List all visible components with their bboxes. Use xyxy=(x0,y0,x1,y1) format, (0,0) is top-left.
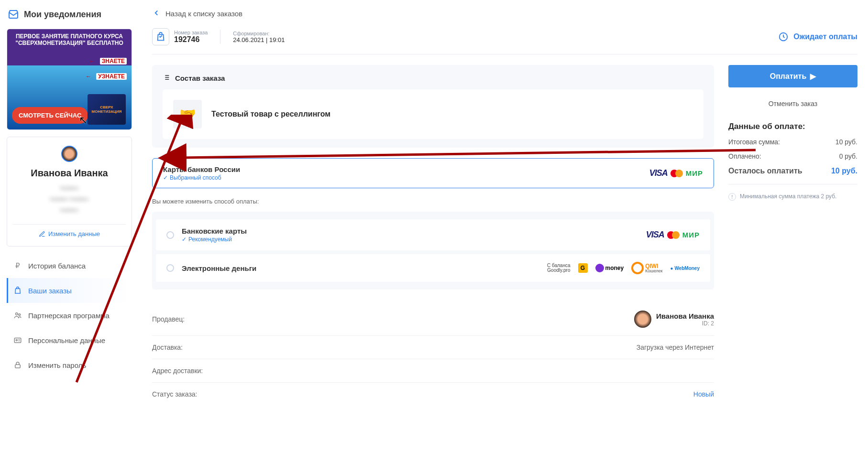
radio-icon xyxy=(166,264,174,272)
svg-rect-2 xyxy=(14,338,21,343)
seller-label: Продавец: xyxy=(152,315,185,323)
edit-profile-link[interactable]: Изменить данные xyxy=(39,230,100,237)
info-icon: ! xyxy=(728,193,736,201)
goodly-icon: G xyxy=(578,263,588,273)
composition-title: Состав заказа xyxy=(175,74,225,82)
mir-logo: МИР xyxy=(686,169,703,177)
list-icon xyxy=(163,74,170,83)
id-icon xyxy=(13,335,22,345)
status-text: Ожидает оплаты xyxy=(793,32,857,41)
sidebar-item-personal[interactable]: Персональные данные xyxy=(7,328,132,353)
notifications-title: Мои уведомления xyxy=(24,10,101,20)
yoomoney-logo: money xyxy=(595,264,624,272)
profile-hidden-1: hidden xyxy=(60,184,78,192)
svg-point-1 xyxy=(19,314,21,316)
seller-name: Иванова Иванка xyxy=(656,312,714,320)
inbox-icon xyxy=(8,9,19,20)
svg-rect-4 xyxy=(15,365,21,368)
card-logos: VISA МИР xyxy=(646,230,700,240)
order-details: Продавец: Иванова Иванка ID: 2 Доставка:… xyxy=(152,303,714,406)
composition-card: Состав заказа 🤝 Тестовый товар с реселли… xyxy=(152,65,714,148)
promo-cta[interactable]: СМОТРЕТЬ СЕЙЧАС xyxy=(12,107,88,124)
sidebar-menu: ₽ История баланса Ваши заказы Партнерска… xyxy=(7,253,132,377)
promo-line2: "СВЕРХМОНЕТИЗАЦИЯ" БЕСПЛАТНО xyxy=(10,40,129,46)
seller-info[interactable]: Иванова Иванка ID: 2 xyxy=(634,311,714,328)
order-status: Ожидает оплаты xyxy=(778,32,857,42)
qiwi-logo: QIWIКошелек xyxy=(631,262,662,274)
alt-method-emoney[interactable]: Электронные деньги С балансаGoodly.pro G… xyxy=(156,254,710,282)
radio-icon xyxy=(166,231,174,239)
promo-banner[interactable]: ПЕРВОЕ ЗАНЯТИЕ ПЛАТНОГО КУРСА "СВЕРХМОНЕ… xyxy=(7,29,132,130)
seller-id: ID: 2 xyxy=(702,320,714,327)
profile-card: Иванова Иванка hidden hidden hidden hidd… xyxy=(7,137,132,247)
order-icon xyxy=(152,28,169,45)
alt-method-title: Электронные деньги xyxy=(182,264,256,272)
payment-summary: Данные об оплате: Итоговая сумма: 10 руб… xyxy=(728,117,857,201)
avatar[interactable] xyxy=(61,146,77,162)
mastercard-logo xyxy=(667,231,680,239)
back-link[interactable]: Назад к списку заказов xyxy=(152,7,857,25)
alt-method-title: Банковские карты xyxy=(182,227,247,235)
svg-point-0 xyxy=(16,313,18,315)
visa-logo: VISA xyxy=(649,168,668,178)
promo-know: ЗНАЕТЕ xyxy=(100,58,127,64)
selected-payment-method[interactable]: Карты банков России ✓ Выбранный способ V… xyxy=(152,158,714,188)
selected-method-title: Карты банков России xyxy=(163,165,240,173)
alt-method-cards[interactable]: Банковские карты ✓ Рекомендуемый VISA МИ… xyxy=(156,219,710,250)
delivery-value: Загрузка через Интернет xyxy=(637,344,714,351)
ruble-icon: ₽ xyxy=(13,261,22,270)
order-num-value: 192746 xyxy=(174,35,208,44)
sidebar-item-balance[interactable]: ₽ История баланса xyxy=(7,253,132,278)
emoney-logos: С балансаGoodly.pro G money QIWIКошелек … xyxy=(547,262,700,274)
alt-methods-card: Банковские карты ✓ Рекомендуемый VISA МИ… xyxy=(152,212,714,290)
sidebar-item-label: История баланса xyxy=(28,262,86,270)
svg-point-3 xyxy=(16,340,17,341)
play-icon: ▶ xyxy=(810,72,816,81)
summary-title: Данные об оплате: xyxy=(728,122,857,131)
promo-line1: ПЕРВОЕ ЗАНЯТИЕ ПЛАТНОГО КУРСА xyxy=(10,33,129,40)
cursor-icon: ↖ xyxy=(79,114,88,127)
cancel-order-link[interactable]: Отменить заказ xyxy=(728,100,857,107)
profile-hidden-3: hidden xyxy=(60,206,78,214)
remain-value: 10 руб. xyxy=(831,167,857,175)
status-value: Новый xyxy=(693,390,714,398)
webmoney-logo: ● WebMoney xyxy=(670,266,700,271)
sidebar-item-label: Партнерская программа xyxy=(28,312,110,320)
profile-hidden-2: hidden hidden xyxy=(50,195,89,203)
sidebar-item-label: Ваши заказы xyxy=(28,287,72,295)
paid-label: Оплачено: xyxy=(728,152,761,160)
product-name: Тестовый товар с реселлингом xyxy=(211,110,330,118)
sidebar-item-password[interactable]: Изменить пароль xyxy=(7,353,132,377)
order-num-label: Номер заказа xyxy=(174,30,208,35)
card-logos: VISA МИР xyxy=(649,168,703,178)
change-hint: Вы можете изменить способ оплаты: xyxy=(152,198,714,205)
clock-icon xyxy=(778,32,789,42)
arrow-left-icon xyxy=(152,9,161,19)
order-header: Номер заказа 192746 Сформирован: 24.06.2… xyxy=(152,25,857,54)
paid-value: 0 руб. xyxy=(839,152,857,160)
recommended-badge: ✓ Рекомендуемый xyxy=(182,236,247,243)
total-value: 10 руб. xyxy=(835,138,857,146)
selected-badge: ✓ Выбранный способ xyxy=(163,174,240,181)
back-label: Назад к списку заказов xyxy=(165,10,242,18)
pay-button[interactable]: Оплатить ▶ xyxy=(728,65,857,87)
sidebar-item-label: Изменить пароль xyxy=(28,361,86,369)
pencil-icon xyxy=(39,231,45,237)
visa-logo: VISA xyxy=(646,230,664,240)
formed-value: 24.06.2021 | 19:01 xyxy=(233,36,285,43)
total-label: Итоговая сумма: xyxy=(728,138,780,146)
sidebar-item-affiliate[interactable]: Партнерская программа xyxy=(7,303,132,328)
edit-profile-label: Изменить данные xyxy=(48,230,100,237)
address-label: Адрес доставки: xyxy=(152,367,203,375)
status-label: Статус заказа: xyxy=(152,390,198,398)
mir-logo: МИР xyxy=(682,231,700,239)
delivery-label: Доставка: xyxy=(152,344,183,351)
people-icon xyxy=(13,311,22,320)
mastercard-logo xyxy=(670,170,683,177)
pay-button-label: Оплатить xyxy=(770,72,807,81)
notifications-header[interactable]: Мои уведомления xyxy=(7,7,132,22)
profile-name: Иванова Иванка xyxy=(31,168,108,179)
sidebar-item-orders[interactable]: Ваши заказы xyxy=(7,278,132,303)
lock-icon xyxy=(13,360,22,370)
formed-label: Сформирован: xyxy=(233,31,285,36)
